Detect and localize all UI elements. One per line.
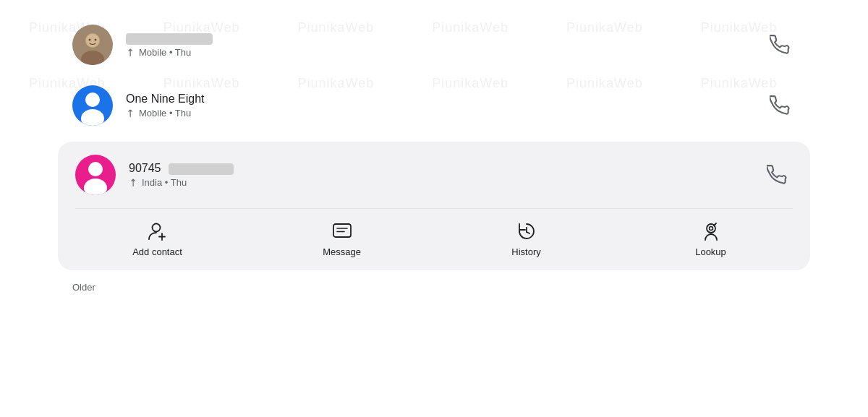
message-label: Message [323, 246, 361, 257]
avatar-1 [72, 25, 113, 65]
svg-point-11 [152, 224, 160, 232]
add-contact-label: Add contact [132, 246, 182, 257]
svg-point-10 [84, 179, 107, 195]
avatar-2 [72, 85, 113, 126]
outgoing-arrow-1: ↗ [123, 45, 137, 59]
call-info-1: ↗ Mobile • Thu [126, 32, 764, 58]
action-row: Add contact Message History [58, 209, 810, 270]
call-info-2: One Nine Eight ↗ Mobile • Thu [126, 93, 764, 119]
phone-button-2[interactable] [764, 90, 796, 121]
svg-point-7 [85, 93, 100, 107]
add-contact-button[interactable]: Add contact [129, 220, 187, 257]
older-label: Older [58, 276, 810, 296]
call-item-1[interactable]: ↗ Mobile • Thu [58, 14, 810, 75]
history-label: History [511, 246, 540, 257]
svg-point-3 [86, 34, 99, 47]
svg-point-20 [709, 227, 712, 231]
call-meta-3: ↗ India • Thu [129, 176, 761, 188]
message-icon [331, 220, 353, 242]
call-list: ↗ Mobile • Thu One Nine Eight ↗ Mobile •… [0, 0, 868, 310]
phone-icon-3 [767, 165, 787, 185]
call-type-1: Mobile • Thu [139, 47, 191, 58]
call-type-2: Mobile • Thu [139, 108, 191, 119]
call-name-2: One Nine Eight [126, 93, 764, 106]
call-meta-2: ↗ Mobile • Thu [126, 107, 764, 119]
svg-point-4 [89, 39, 91, 41]
call-info-3: 90745 ↗ India • Thu [129, 162, 761, 188]
svg-rect-14 [333, 224, 351, 237]
call-name-1 [126, 32, 764, 45]
phone-icon-1 [770, 35, 790, 55]
call-meta-1: ↗ Mobile • Thu [126, 46, 764, 58]
message-button[interactable]: Message [313, 220, 371, 257]
lookup-icon [700, 220, 722, 242]
add-contact-icon [147, 220, 169, 242]
call-name-3: 90745 [129, 162, 761, 175]
svg-line-21 [714, 223, 716, 225]
call-number-3: 90745 [129, 162, 161, 174]
history-icon [516, 220, 537, 242]
phone-button-1[interactable] [764, 29, 796, 61]
history-button[interactable]: History [498, 220, 556, 257]
blurred-number-3 [169, 163, 234, 175]
avatar-icon-2 [72, 85, 113, 126]
call-item-main-3: 90745 ↗ India • Thu [58, 142, 810, 208]
call-item-2[interactable]: One Nine Eight ↗ Mobile • Thu [58, 75, 810, 136]
lookup-button[interactable]: Lookup [682, 220, 740, 257]
svg-point-9 [88, 162, 103, 176]
phone-button-3[interactable] [761, 159, 793, 191]
svg-point-8 [81, 109, 104, 126]
svg-point-5 [95, 39, 97, 41]
avatar-icon-3 [75, 155, 116, 195]
lookup-label: Lookup [695, 246, 726, 257]
outgoing-arrow-2: ↗ [123, 106, 137, 120]
avatar-3 [75, 155, 116, 195]
svg-line-18 [527, 232, 529, 233]
phone-icon-2 [770, 95, 790, 116]
outgoing-arrow-3: ↗ [126, 175, 140, 189]
blurred-name-1 [126, 33, 213, 45]
call-type-3: India • Thu [142, 177, 187, 188]
call-item-3[interactable]: 90745 ↗ India • Thu [58, 142, 810, 270]
